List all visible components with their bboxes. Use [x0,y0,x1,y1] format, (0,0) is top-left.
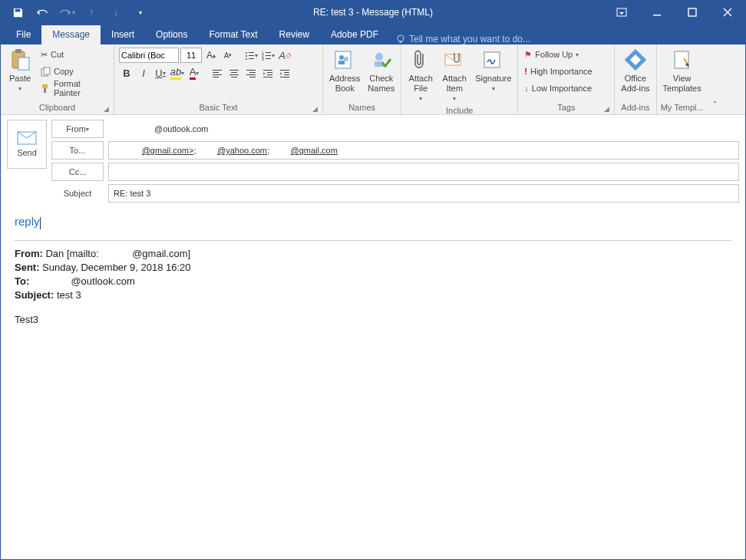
svg-rect-1 [653,15,661,16]
italic-button[interactable]: I [136,65,151,81]
paintbrush-icon [41,84,51,94]
tell-me-search[interactable]: Tell me what you want to do... [389,34,530,44]
maximize-button[interactable] [675,1,710,24]
svg-rect-2 [688,8,696,16]
tab-review[interactable]: Review [269,25,320,44]
svg-rect-21 [266,55,271,56]
next-item-button[interactable]: ↓ [104,2,128,23]
svg-rect-51 [484,52,500,68]
ribbon-options-button[interactable] [604,1,639,24]
bullets-button[interactable] [243,48,259,63]
send-button[interactable]: Send [7,120,47,169]
cc-field[interactable] [108,163,739,181]
group-addins: Office Add-ins Add-ins [615,44,656,114]
to-button[interactable]: To... [51,141,104,160]
svg-point-3 [398,35,404,41]
save-button[interactable] [5,2,30,23]
numbering-button[interactable]: 123 [260,48,276,63]
svg-rect-31 [231,77,237,77]
align-center-button[interactable] [226,65,242,81]
paste-icon [8,48,32,72]
format-painter-button[interactable]: Format Painter [38,80,111,97]
tab-message[interactable]: Message [41,25,101,44]
follow-up-button[interactable]: ⚑Follow Up [521,46,595,63]
from-value: @outlook.com [108,120,739,138]
view-templates-button[interactable]: View Templates [660,46,705,95]
svg-rect-26 [213,74,222,75]
subject-field[interactable]: RE: test 3 [108,184,739,203]
clear-formatting-button[interactable]: A◇ [277,48,292,63]
svg-point-12 [246,52,247,54]
cut-button[interactable]: ✂Cut [38,46,111,63]
ribbon: Paste ✂Cut Copy Format Painter Clipboard… [1,44,745,115]
svg-rect-25 [213,72,219,73]
shrink-font-button[interactable]: A▾ [220,48,236,63]
underline-button[interactable]: U [153,65,168,81]
minimize-button[interactable] [639,1,675,24]
align-right-button[interactable] [243,65,259,81]
paperclip-icon [408,48,433,72]
check-names-button[interactable]: Check Names [365,46,398,95]
svg-rect-10 [42,84,48,88]
group-include: Attach File Attach Item Signature Includ… [401,44,518,114]
svg-rect-15 [249,55,254,56]
attach-item-button[interactable]: Attach Item [438,46,470,104]
group-include-label: Include [404,104,514,117]
tab-options[interactable]: Options [145,25,198,44]
tab-file[interactable]: File [5,25,41,44]
svg-rect-32 [246,70,256,71]
svg-rect-40 [280,70,289,71]
clipboard-launcher[interactable]: ◢ [104,105,109,113]
svg-point-14 [246,55,247,57]
to-field[interactable]: @gmail.com>; @yahoo.com; @gmail.com [108,141,739,160]
from-button[interactable]: From [51,120,104,138]
cc-button[interactable]: Cc... [51,163,104,181]
svg-point-47 [344,57,348,61]
close-button[interactable] [710,1,745,24]
window-title: RE: test 3 - Message (HTML) [313,7,433,18]
svg-rect-11 [44,88,46,93]
tab-adobe-pdf[interactable]: Adobe PDF [320,25,389,44]
tags-launcher[interactable]: ◢ [604,105,609,113]
highlight-button[interactable]: ab [170,65,185,81]
copy-button[interactable]: Copy [38,63,111,80]
high-importance-button[interactable]: !High Importance [521,63,595,80]
group-tags: ⚑Follow Up !High Importance ↓Low Importa… [518,44,615,114]
redo-button[interactable] [54,2,79,23]
compose-header: Send From @outlook.com To... @gmail.com>… [1,115,745,203]
signature-button[interactable]: Signature [472,46,514,94]
svg-rect-34 [246,74,256,75]
font-size-input[interactable] [180,48,202,63]
prev-item-button[interactable]: ↑ [79,2,104,23]
font-name-input[interactable] [119,48,179,63]
svg-text:3: 3 [262,57,264,61]
svg-rect-44 [335,51,351,68]
address-book-icon [332,48,357,72]
group-names: Address Book Check Names Names [323,44,401,114]
reply-text: reply [15,215,40,228]
group-tags-label: Tags [557,103,575,112]
tab-format-text[interactable]: Format Text [198,25,268,44]
check-names-icon [369,48,394,72]
qat-customize-button[interactable] [128,2,153,23]
svg-rect-30 [229,74,239,75]
paste-label: Paste [9,74,31,84]
increase-indent-button[interactable] [277,65,292,81]
office-addins-button[interactable]: Office Add-ins [618,46,652,95]
basictext-launcher[interactable]: ◢ [312,105,318,113]
paste-button[interactable]: Paste [4,46,36,94]
grow-font-button[interactable]: A▴ [203,48,219,63]
tab-insert[interactable]: Insert [101,25,145,44]
svg-rect-4 [399,41,401,43]
message-body[interactable]: reply From: Dan [mailto: @gmail.com] Sen… [7,209,739,334]
decrease-indent-button[interactable] [260,65,276,81]
font-color-button[interactable]: A [186,65,202,81]
svg-rect-41 [284,72,289,73]
bold-button[interactable]: B [119,65,134,81]
align-left-button[interactable] [210,65,225,81]
attach-file-button[interactable]: Attach File [404,46,437,104]
undo-button[interactable] [30,2,54,23]
collapse-ribbon-button[interactable]: ˆ [708,44,723,114]
address-book-button[interactable]: Address Book [326,46,363,95]
low-importance-button[interactable]: ↓Low Importance [521,80,595,97]
